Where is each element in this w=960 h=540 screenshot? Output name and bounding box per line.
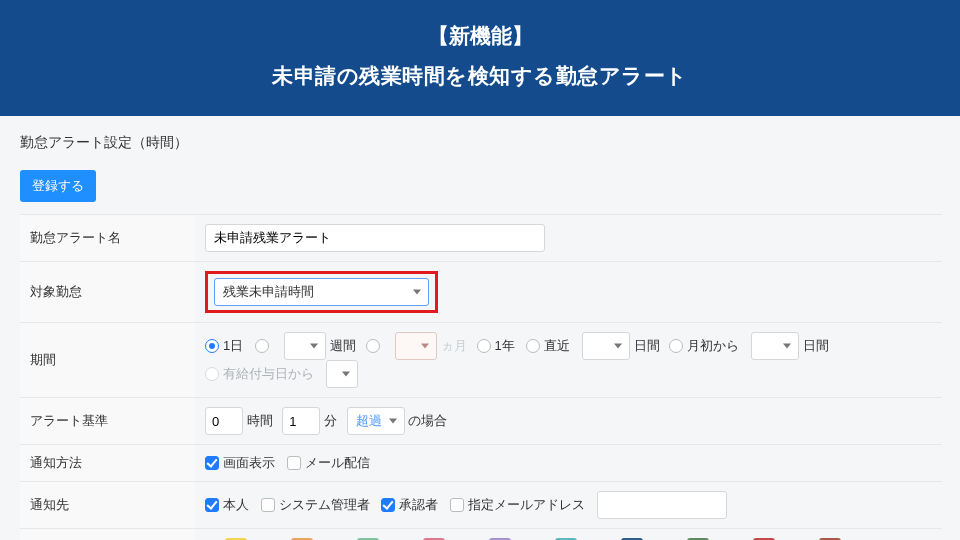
notify-mail[interactable]: メール配信 <box>287 454 370 472</box>
label-alert-name: 勤怠アラート名 <box>20 215 195 262</box>
period-month-count-select[interactable] <box>395 332 437 360</box>
unit-days-a: 日間 <box>634 338 660 353</box>
period-from-paid-grant[interactable]: 有給付与日から <box>205 365 314 383</box>
notify-to-sysadmin[interactable]: システム管理者 <box>261 496 370 514</box>
hero-banner: 【新機能】 未申請の残業時間を検知する勤怠アラート <box>0 0 960 116</box>
criteria-exceed-select[interactable]: 超過 <box>347 407 405 435</box>
hero-line1: 【新機能】 <box>0 22 960 50</box>
label-criteria: アラート基準 <box>20 398 195 445</box>
content-area: 勤怠アラート設定（時間） 登録する 勤怠アラート名 対象勤怠 残業未申請時間 期… <box>0 116 960 540</box>
radio-icon <box>366 339 380 353</box>
criteria-mins-unit: 分 <box>324 413 337 428</box>
row-period: 期間 1日 週間 ヵ月 1年 直近 日間 月初から 日間 有給付与日から <box>20 323 942 398</box>
period-weekly[interactable] <box>255 339 273 353</box>
target-select[interactable]: 残業未申請時間 <box>214 278 429 306</box>
row-notify-to: 通知先 本人 システム管理者 承認者 指定メールアドレス <box>20 482 942 529</box>
checkbox-icon <box>287 456 301 470</box>
checkbox-icon <box>381 498 395 512</box>
radio-icon <box>669 339 683 353</box>
notify-screen[interactable]: 画面表示 <box>205 454 275 472</box>
period-recent-days-select[interactable] <box>582 332 630 360</box>
criteria-mins-input[interactable] <box>282 407 320 435</box>
notify-to-self[interactable]: 本人 <box>205 496 249 514</box>
period-paidgrant-select[interactable] <box>326 360 358 388</box>
hero-line2: 未申請の残業時間を検知する勤怠アラート <box>0 62 960 90</box>
settings-form: 勤怠アラート名 対象勤怠 残業未申請時間 期間 1日 週 <box>20 214 942 540</box>
alert-name-input[interactable] <box>205 224 545 252</box>
register-button[interactable]: 登録する <box>20 170 96 202</box>
row-criteria: アラート基準 時間 分 超過 の場合 <box>20 398 942 445</box>
unit-week: 週間 <box>330 338 356 353</box>
period-1year[interactable]: 1年 <box>477 337 515 355</box>
label-target: 対象勤怠 <box>20 262 195 323</box>
criteria-exceed-value: 超過 <box>356 412 382 430</box>
notify-to-custom-mail[interactable]: 指定メールアドレス <box>450 496 585 514</box>
row-color: 表示色 <box>20 529 942 541</box>
checkbox-icon <box>205 456 219 470</box>
notify-to-approver[interactable]: 承認者 <box>381 496 438 514</box>
custom-mail-input[interactable] <box>597 491 727 519</box>
color-options <box>195 529 942 541</box>
checkbox-icon <box>450 498 464 512</box>
period-from-month-start[interactable]: 月初から <box>669 337 739 355</box>
label-color: 表示色 <box>20 529 195 541</box>
period-1day[interactable]: 1日 <box>205 337 243 355</box>
period-week-count-select[interactable] <box>284 332 326 360</box>
page-title: 勤怠アラート設定（時間） <box>20 134 942 152</box>
criteria-tail: の場合 <box>408 413 447 428</box>
label-notify-method: 通知方法 <box>20 445 195 482</box>
radio-icon <box>526 339 540 353</box>
row-notify-method: 通知方法 画面表示 メール配信 <box>20 445 942 482</box>
criteria-hours-unit: 時間 <box>247 413 273 428</box>
checkbox-icon <box>261 498 275 512</box>
checkbox-icon <box>205 498 219 512</box>
target-highlight: 残業未申請時間 <box>205 271 438 313</box>
row-target: 対象勤怠 残業未申請時間 <box>20 262 942 323</box>
label-period: 期間 <box>20 323 195 398</box>
target-select-value: 残業未申請時間 <box>223 283 314 301</box>
unit-month: ヵ月 <box>441 338 467 353</box>
radio-icon <box>205 367 219 381</box>
period-monthly[interactable] <box>366 339 384 353</box>
radio-icon <box>477 339 491 353</box>
row-alert-name: 勤怠アラート名 <box>20 215 942 262</box>
period-recent[interactable]: 直近 <box>526 337 570 355</box>
period-monthstart-days-select[interactable] <box>751 332 799 360</box>
radio-icon <box>255 339 269 353</box>
criteria-hours-input[interactable] <box>205 407 243 435</box>
label-notify-to: 通知先 <box>20 482 195 529</box>
radio-icon <box>205 339 219 353</box>
unit-days-b: 日間 <box>803 338 829 353</box>
